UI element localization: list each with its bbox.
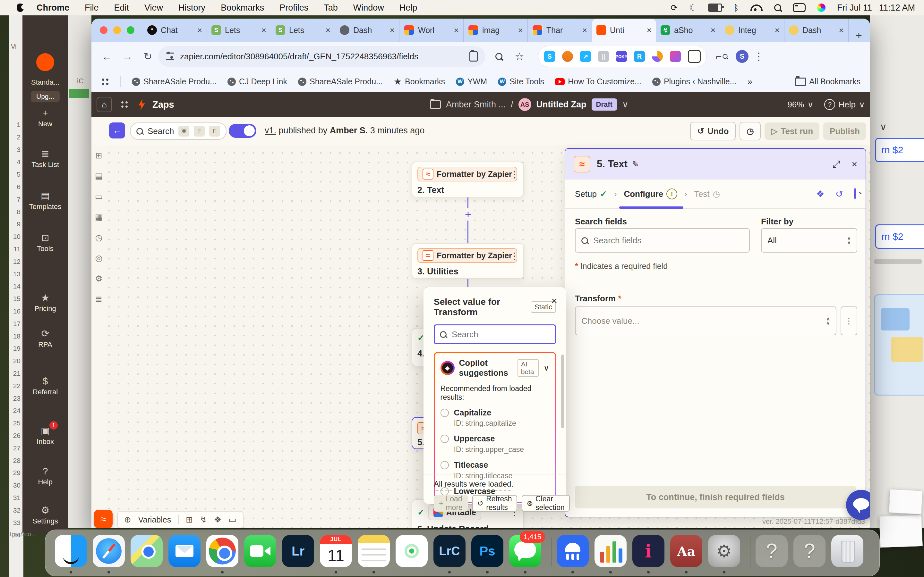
tab-close-icon[interactable]: × [839,25,844,35]
bookmark-plugins-nashville[interactable]: Plugins ‹ Nashville... [652,77,736,86]
wand-tool-icon[interactable]: ❖ [214,515,221,525]
rail-gear-icon[interactable]: ⚙ [91,274,106,284]
sidebar-item-new[interactable]: + New [23,108,68,128]
tab-image[interactable]: imag × [464,19,528,42]
tab-untitled-zap-active[interactable]: Unti × [592,19,656,42]
zoom-window-button[interactable] [127,26,134,34]
panel-search-icon[interactable] [854,189,856,199]
dock-maps[interactable] [131,535,163,567]
vpn-status-icon[interactable]: ⟳ [670,3,678,13]
rename-pencil-icon[interactable]: ✎ [632,159,639,169]
tab-close-icon[interactable]: × [582,25,587,35]
forward-icon[interactable]: → [117,51,137,63]
reload-icon[interactable]: ↻ [137,50,158,63]
transform-select[interactable]: Choose value... ∧∨ [575,306,837,335]
dock-dictionary[interactable]: Aa [670,535,702,567]
menu-bar-time[interactable]: 11:12 AM [879,3,915,13]
rail-grid-icon[interactable]: ⊞ [91,151,106,161]
control-center-icon[interactable] [793,3,806,12]
dock-calendar[interactable]: JUL 11 [320,535,352,567]
sidebar-item-help[interactable]: ? Help [23,466,68,486]
siri-icon[interactable] [817,3,825,12]
menu-profiles[interactable]: Profiles [272,3,316,13]
address-bar[interactable]: zapier.com/editor/308964005/draft/_GEN_1… [158,46,485,67]
bookmark-star-icon[interactable]: ☆ [509,50,530,63]
variables-label[interactable]: Variables [138,515,171,524]
close-panel-icon[interactable]: × [851,159,857,170]
menu-tab[interactable]: Tab [316,3,346,13]
apple-menu-icon[interactable] [17,3,24,12]
filter-by-select[interactable]: All ∧∨ [761,228,857,253]
pink-extension-icon[interactable] [670,51,681,62]
tab-chatgpt[interactable]: * Chat × [143,19,207,42]
tab-close-icon[interactable]: × [775,25,780,35]
pie-extension-icon[interactable] [652,51,663,62]
apps-grid-icon[interactable] [101,77,110,86]
dock-lightroom[interactable]: Lr [282,535,314,567]
radio-icon[interactable] [441,435,449,443]
option-uppercase[interactable]: Uppercase ID: string.upper_case [441,434,549,454]
sidebar-item-settings[interactable]: ⚙ Settings [23,504,68,525]
tab-thar[interactable]: Thar × [528,19,592,42]
tab-close-icon[interactable]: × [647,25,652,35]
search-fields-input-box[interactable] [575,228,750,253]
tab-shopify-2[interactable]: S Lets × [271,19,335,42]
tab-dash-1[interactable]: Dash × [335,19,399,42]
step-card-3-utilities[interactable]: ≈ Formatter by Zapier ⋮ 3. Utilities [412,243,524,279]
step-card-2-text[interactable]: ≈ Formatter by Zapier ⋮ 2. Text [412,161,524,197]
bookmark-ywm[interactable]: WYWM [456,77,487,86]
editor-back-button[interactable]: ← [109,122,125,139]
continue-button-disabled[interactable]: To continue, finish required fields [575,486,856,508]
wifi-icon[interactable] [750,5,762,11]
home-button[interactable]: ⌂ [97,97,112,112]
puzzle-extensions-icon[interactable] [688,50,701,63]
load-more-button[interactable]: + Load more [434,495,468,512]
modal-search-input[interactable] [451,329,550,340]
help-menu[interactable]: ? Help ∨ [824,99,865,110]
modal-close-icon[interactable]: × [551,295,557,307]
dock-trash[interactable] [831,535,863,567]
tab-close-icon[interactable]: × [711,25,716,35]
tab-close-icon[interactable]: × [326,25,330,35]
tab-workflow[interactable]: Worl × [399,19,464,42]
close-window-button[interactable] [100,26,107,34]
tab-setup[interactable]: Setup ✓ [575,189,607,199]
dock-facetime[interactable] [244,535,276,567]
rail-chat-icon[interactable]: ▭ [91,192,106,201]
undo-button[interactable]: ↺ Undo [690,122,736,140]
dock-findmy[interactable] [396,535,428,567]
dock-mail[interactable] [168,535,200,567]
dock-notes[interactable] [358,535,390,567]
menu-bar-date[interactable]: Fri Jul 11 [837,3,872,13]
focus-moon-icon[interactable]: ☾ [689,3,696,13]
menu-view[interactable]: View [137,3,171,13]
battery-icon[interactable] [708,3,722,12]
tab-integ[interactable]: Integ × [720,19,784,42]
clipboard-icon[interactable] [469,51,478,61]
dock-chart-app[interactable] [594,535,627,567]
ai-sparkle-icon[interactable]: ❖ [816,189,825,199]
metamask-icon[interactable] [562,51,573,62]
sidebar-item-inbox[interactable]: 1 ▣ Inbox [23,425,68,446]
refresh-icon[interactable]: ↺ [835,189,843,199]
dock-chrome[interactable] [206,535,238,567]
option-titlecase[interactable]: Titlecase ID: string.titlecase [441,460,549,480]
version-link[interactable]: v1. [265,126,276,135]
menu-bookmarks[interactable]: Bookmarks [213,3,272,13]
sidebar-item-tools[interactable]: ⊡ Tools [23,232,68,253]
dock-missing-app-1[interactable]: ? [756,535,788,567]
transform-menu-button[interactable]: ⋮ [841,306,857,335]
sidebar-item-templates[interactable]: ▤ Templates [23,190,68,211]
zapier-agent-button[interactable]: ≈ [94,510,113,528]
sidebar-item-task-list[interactable]: ≣ Task List [23,148,68,169]
bookmark-bookmarks[interactable]: ★Bookmarks [394,76,445,87]
zoom-control[interactable]: 96% ∨ [787,100,813,110]
copilot-header[interactable]: ◆ Copilot suggestions AI beta ∨ [441,358,549,378]
add-step-button[interactable]: + [462,208,475,221]
sidebar-item-pricing[interactable]: ★ Pricing [23,292,68,313]
tab-search-icon[interactable]: ⌐ [712,51,732,63]
radio-icon[interactable] [441,461,449,469]
menu-history[interactable]: History [171,3,213,13]
menu-chrome[interactable]: Chrome [24,3,77,13]
dock-missing-app-2[interactable]: ? [793,535,825,567]
